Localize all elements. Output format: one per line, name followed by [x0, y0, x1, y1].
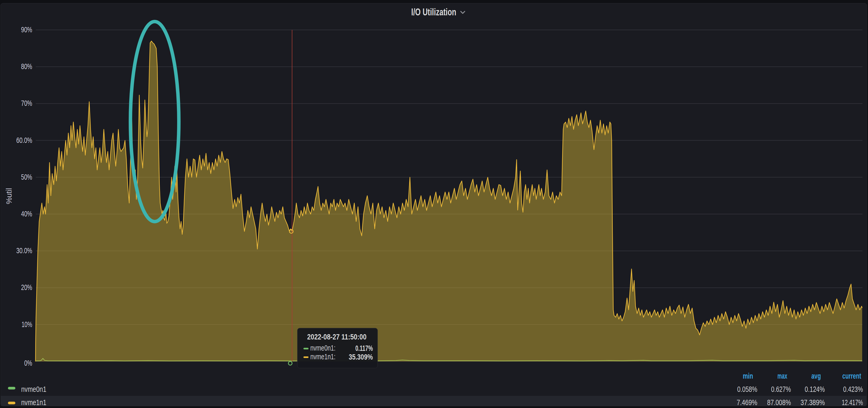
svg-text:87.008%: 87.008%: [767, 398, 791, 407]
svg-text:20%: 20%: [21, 283, 32, 292]
svg-text:40%: 40%: [21, 209, 32, 218]
svg-text:0.423%: 0.423%: [843, 385, 863, 394]
svg-text:min: min: [743, 372, 753, 380]
svg-text:%util: %util: [4, 188, 13, 204]
svg-text:0%: 0%: [24, 359, 32, 367]
svg-text:37.389%: 37.389%: [801, 398, 825, 407]
svg-text:nvme0n1: nvme0n1: [21, 385, 46, 394]
svg-text:35.309%: 35.309%: [349, 352, 373, 361]
svg-text:60.0%: 60.0%: [17, 136, 32, 144]
svg-text:90%: 90%: [21, 25, 32, 34]
svg-text:0.058%: 0.058%: [737, 385, 757, 394]
svg-text:0.117%: 0.117%: [355, 344, 373, 352]
svg-text:current: current: [842, 372, 861, 380]
svg-text:50%: 50%: [21, 172, 32, 181]
svg-text:7.469%: 7.469%: [737, 398, 757, 407]
svg-text:avg: avg: [811, 372, 821, 380]
svg-text:12.417%: 12.417%: [842, 398, 863, 407]
svg-text:2022-08-27 11:50:00: 2022-08-27 11:50:00: [307, 332, 367, 341]
svg-text:nvme0n1:: nvme0n1:: [310, 344, 336, 352]
svg-text:80%: 80%: [21, 62, 32, 71]
svg-text:max: max: [777, 372, 787, 380]
svg-text:nvme1n1: nvme1n1: [21, 398, 46, 407]
svg-text:0.124%: 0.124%: [805, 385, 825, 394]
svg-text:30.0%: 30.0%: [17, 246, 32, 255]
svg-text:70%: 70%: [21, 99, 32, 107]
svg-text:nvme1n1:: nvme1n1:: [310, 352, 336, 361]
svg-text:0.627%: 0.627%: [771, 385, 791, 394]
svg-text:10%: 10%: [22, 320, 32, 329]
svg-text:I/O Utilization: I/O Utilization: [411, 7, 456, 18]
